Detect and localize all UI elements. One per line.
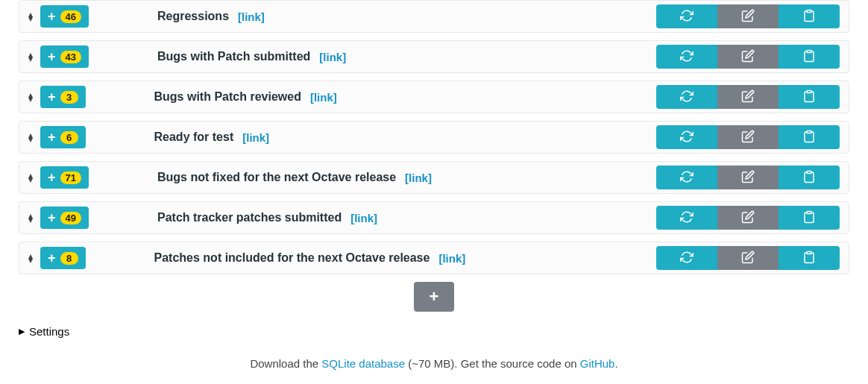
row-title: Patch tracker patches submitted — [157, 211, 342, 224]
row-actions — [656, 246, 840, 270]
plus-icon: + — [48, 251, 56, 265]
refresh-button[interactable] — [656, 85, 717, 109]
list-item: ▴▾+8Patches not included for the next Oc… — [19, 242, 849, 274]
row-title: Bugs with Patch submitted — [157, 50, 310, 63]
row-actions — [656, 166, 840, 189]
refresh-icon — [680, 89, 694, 105]
sort-handle-icon[interactable]: ▴▾ — [28, 92, 33, 101]
plus-icon: + — [48, 90, 56, 104]
row-title: Bugs not fixed for the next Octave relea… — [157, 171, 396, 184]
add-row-button[interactable]: + — [414, 282, 454, 312]
edit-button[interactable] — [717, 85, 779, 109]
clipboard-icon — [802, 49, 816, 65]
edit-icon — [741, 210, 755, 226]
clipboard-icon — [802, 170, 816, 186]
footer: Download the SQLite database (~70 MB). G… — [19, 357, 849, 384]
plus-icon: + — [48, 130, 56, 144]
github-link[interactable]: GitHub — [580, 357, 615, 370]
edit-button[interactable] — [717, 246, 779, 270]
sort-handle-icon[interactable]: ▴▾ — [28, 133, 33, 142]
plus-icon: + — [430, 287, 439, 306]
expand-button[interactable]: +49 — [40, 207, 89, 229]
expand-button[interactable]: +3 — [40, 86, 86, 108]
edit-icon — [741, 9, 755, 25]
clipboard-button[interactable] — [779, 85, 840, 109]
list-item: ▴▾+43Bugs with Patch submitted[link] — [19, 40, 849, 73]
sort-handle-icon[interactable]: ▴▾ — [28, 12, 33, 21]
clipboard-button[interactable] — [779, 246, 840, 270]
plus-icon: + — [48, 171, 56, 184]
edit-icon — [741, 251, 755, 266]
clipboard-button[interactable] — [779, 166, 840, 189]
count-badge: 46 — [60, 10, 81, 23]
expand-button[interactable]: +8 — [40, 247, 86, 269]
sort-handle-icon[interactable]: ▴▾ — [28, 173, 33, 182]
plus-icon: + — [48, 211, 56, 224]
clipboard-icon — [802, 9, 816, 25]
sqlite-link[interactable]: SQLite database — [321, 357, 405, 370]
row-link[interactable]: [link] — [238, 10, 265, 23]
row-actions — [656, 4, 840, 28]
refresh-button[interactable] — [656, 246, 717, 270]
svg-rect-0 — [807, 10, 811, 12]
sort-handle-icon[interactable]: ▴▾ — [28, 52, 33, 61]
count-badge: 8 — [60, 252, 78, 265]
clipboard-icon — [802, 89, 816, 105]
row-title: Bugs with Patch reviewed — [154, 90, 301, 104]
expand-button[interactable]: +6 — [40, 126, 86, 148]
settings-toggle[interactable]: ▶ Settings — [19, 325, 849, 338]
refresh-button[interactable] — [656, 125, 717, 149]
row-link[interactable]: [link] — [405, 171, 432, 184]
list-item: ▴▾+3Bugs with Patch reviewed[link] — [19, 81, 849, 113]
row-link[interactable]: [link] — [350, 212, 377, 224]
row-actions — [656, 45, 840, 69]
svg-rect-4 — [807, 171, 811, 173]
row-title: Patches not included for the next Octave… — [154, 251, 430, 265]
refresh-icon — [680, 170, 694, 186]
list-item: ▴▾+71Bugs not fixed for the next Octave … — [19, 161, 849, 194]
plus-icon: + — [48, 50, 56, 63]
edit-icon — [741, 130, 755, 145]
row-actions — [656, 206, 840, 230]
row-link[interactable]: [link] — [438, 252, 465, 265]
refresh-button[interactable] — [656, 4, 717, 28]
refresh-button[interactable] — [656, 45, 717, 69]
expand-button[interactable]: +43 — [40, 45, 89, 68]
refresh-icon — [680, 210, 694, 226]
row-link[interactable]: [link] — [319, 51, 346, 63]
row-actions — [656, 85, 840, 109]
clipboard-button[interactable] — [779, 125, 840, 149]
sort-handle-icon[interactable]: ▴▾ — [28, 254, 33, 262]
svg-rect-2 — [807, 90, 811, 92]
clipboard-button[interactable] — [779, 4, 840, 28]
svg-rect-1 — [807, 50, 811, 52]
expand-button[interactable]: +71 — [40, 166, 89, 189]
triangle-right-icon: ▶ — [19, 327, 25, 336]
edit-button[interactable] — [717, 45, 779, 69]
footer-period: . — [614, 357, 617, 370]
row-title: Ready for test — [154, 130, 234, 144]
edit-button[interactable] — [717, 125, 779, 149]
edit-button[interactable] — [717, 206, 779, 230]
expand-button[interactable]: +46 — [40, 5, 89, 28]
clipboard-button[interactable] — [779, 45, 840, 69]
refresh-icon — [680, 251, 694, 266]
edit-button[interactable] — [717, 4, 779, 28]
row-link[interactable]: [link] — [242, 131, 269, 144]
clipboard-button[interactable] — [779, 206, 840, 230]
footer-db-size: (~70 MB). — [405, 357, 461, 370]
row-link[interactable]: [link] — [310, 91, 337, 104]
refresh-icon — [680, 9, 694, 25]
edit-button[interactable] — [717, 166, 779, 189]
plus-icon: + — [48, 10, 56, 23]
refresh-button[interactable] — [656, 206, 717, 230]
refresh-icon — [680, 130, 694, 145]
refresh-button[interactable] — [656, 166, 717, 189]
row-title: Regressions — [157, 10, 229, 23]
footer-download-pre: Download the — [250, 357, 321, 370]
sort-handle-icon[interactable]: ▴▾ — [28, 213, 33, 222]
count-badge: 43 — [60, 51, 81, 63]
refresh-icon — [680, 49, 694, 65]
clipboard-icon — [802, 130, 816, 145]
svg-rect-3 — [807, 130, 811, 133]
